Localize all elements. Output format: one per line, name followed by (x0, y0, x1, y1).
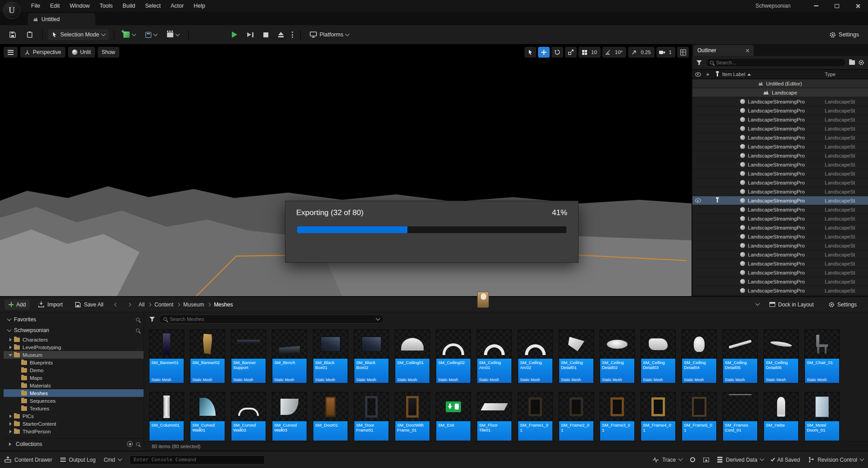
content-drawer-button[interactable]: Content Drawer (5, 456, 52, 463)
folder-item-textures[interactable]: Textures (4, 405, 144, 412)
outliner-row[interactable]: LandscapeStreamingProLandscapeSt (692, 151, 868, 160)
favorites-section[interactable]: Favorites (4, 314, 144, 325)
asset-tile[interactable]: SM_Ceiling Arc01Static Mesh (477, 329, 512, 383)
folder-item-startercontent[interactable]: StarterContent (4, 420, 144, 428)
screenshot-button[interactable] (703, 458, 709, 462)
asset-tile[interactable]: SM_Frame2_01Static Mesh (559, 392, 594, 441)
filter-icon[interactable] (149, 316, 155, 322)
folder-item-blueprints[interactable]: Blueprints (4, 359, 144, 366)
output-log-button[interactable]: Output Log (60, 457, 95, 463)
viewport-options-button[interactable] (4, 47, 18, 58)
breadcrumb-item[interactable]: Museum (182, 301, 205, 309)
outliner-row[interactable]: LandscapeStreamingProLandscapeSt (692, 169, 868, 178)
folder-item-sequences[interactable]: Sequences (4, 397, 144, 405)
add-button[interactable]: Add (5, 300, 30, 310)
forward-button[interactable] (125, 300, 134, 309)
outliner-row[interactable]: LandscapeStreamingProLandscapeSt (692, 259, 868, 268)
folder-item-demo[interactable]: Demo (4, 366, 144, 374)
asset-tile[interactable]: SM_Floor Tile01Static Mesh (477, 392, 512, 441)
content-browser-settings-button[interactable]: Settings (824, 300, 861, 310)
outliner-row[interactable]: LandscapeStreamingProLandscapeSt (692, 241, 868, 250)
asset-tile[interactable]: SM_Ceiling Detail05Static Mesh (723, 329, 758, 383)
asset-tile[interactable]: SM_Ceiling Arc02Static Mesh (518, 329, 553, 383)
play-options-button[interactable] (290, 32, 295, 38)
add-collection-icon[interactable] (127, 441, 133, 447)
menu-item-build[interactable]: Build (118, 0, 140, 12)
outliner-row[interactable]: LandscapeStreamingProLandscapeSt (692, 268, 868, 277)
outliner-row[interactable]: LandscapeStreamingProLandscapeSt (692, 187, 868, 196)
select-tool-button[interactable] (524, 47, 536, 58)
folder-item-meshes[interactable]: Meshes (4, 389, 144, 397)
menu-item-edit[interactable]: Edit (45, 0, 65, 12)
filter-icon[interactable] (696, 60, 702, 66)
trace-dropdown[interactable]: Trace (652, 457, 682, 463)
outliner-row[interactable]: LandscapeStreamingProLandscapeSt (692, 106, 868, 115)
expander-icon[interactable] (8, 414, 13, 418)
outliner-row[interactable]: LandscapeStreamingProLandscapeSt (692, 115, 868, 124)
selection-mode-dropdown[interactable]: Selection Mode (48, 29, 108, 40)
asset-tile[interactable]: SM_Metal Doors_01Static Mesh (805, 392, 840, 441)
revision-control-dropdown[interactable]: Revision Control (808, 456, 863, 463)
cmd-dropdown[interactable]: Cmd (104, 457, 121, 463)
import-button[interactable]: Import (34, 299, 67, 310)
asset-search-input[interactable]: Search Meshes (159, 315, 384, 324)
breadcrumb-item[interactable]: Content (154, 301, 174, 309)
folder-item-characters[interactable]: Characters (4, 336, 144, 343)
menu-item-actor[interactable]: Actor (166, 0, 189, 12)
platforms-dropdown[interactable]: Platforms (306, 29, 353, 40)
collections-section[interactable]: Collections (4, 438, 144, 449)
asset-tile[interactable]: SM_ExitStatic Mesh (436, 392, 471, 441)
asset-tile[interactable]: SM_Ceiling02Static Mesh (436, 329, 471, 383)
show-dropdown[interactable]: Show (98, 47, 119, 58)
move-tool-button[interactable] (538, 47, 550, 58)
blueprints-dropdown[interactable] (142, 30, 161, 40)
outliner-row[interactable]: LandscapeStreamingProLandscapeSt (692, 133, 868, 142)
maximize-button[interactable] (827, 0, 847, 12)
folder-item-thirdperson[interactable]: ThirdPerson (4, 428, 144, 435)
expander-icon[interactable] (8, 353, 13, 357)
outliner-row[interactable]: LandscapeStreamingProLandscapeSt (692, 277, 868, 286)
folder-item-levelprototyping[interactable]: LevelPrototyping (4, 343, 144, 351)
scale-tool-button[interactable] (565, 47, 577, 58)
search-icon[interactable] (136, 328, 140, 332)
scale-snap-control[interactable]: 0.25 (628, 47, 654, 58)
asset-tile[interactable]: SM_Ceiling Detail02Static Mesh (600, 329, 635, 383)
console-input[interactable] (130, 455, 265, 464)
new-folder-icon[interactable] (849, 60, 855, 65)
asset-tile[interactable]: SM_Column01Static Mesh (149, 392, 184, 441)
asset-tile[interactable]: SM_Banner01Static Mesh (149, 329, 184, 383)
rotation-snap-control[interactable]: 10° (602, 47, 626, 58)
minimize-button[interactable] (806, 0, 827, 12)
project-root-section[interactable]: Schwepsonian (4, 325, 144, 336)
asset-tile[interactable]: SM_Ceiling Detail06Static Mesh (764, 329, 799, 383)
asset-tile[interactable]: SM_Banner02Static Mesh (190, 329, 225, 383)
asset-tile[interactable]: SM_Frame1_01Static Mesh (518, 392, 553, 441)
play-button[interactable] (228, 29, 241, 40)
expander-icon[interactable] (8, 422, 13, 426)
visibility-cell[interactable] (692, 198, 703, 202)
asset-tile[interactable]: SM_Frame4_01Static Mesh (641, 392, 676, 441)
outliner-row[interactable]: LandscapeStreamingProLandscapeSt (692, 160, 868, 169)
asset-tile[interactable]: SM_Ceiling01Static Mesh (395, 329, 430, 383)
cinematics-dropdown[interactable] (163, 30, 183, 40)
asset-tile[interactable]: SM_HebeStatic Mesh (764, 392, 799, 441)
close-button[interactable] (847, 0, 868, 12)
dock-in-layout-button[interactable]: Dock in Layout (765, 300, 818, 310)
folder-item-materials[interactable]: Materials (4, 382, 144, 389)
outliner-row[interactable]: LandscapeStreamingProLandscapeSt (692, 214, 868, 223)
pin-column-header[interactable] (712, 72, 722, 76)
folder-item-museum[interactable]: Museum (4, 351, 144, 359)
asset-tile[interactable]: SM_Door01Static Mesh (313, 392, 348, 441)
breadcrumb-item[interactable]: All (138, 301, 145, 309)
menu-item-tools[interactable]: Tools (95, 0, 118, 12)
item-label-column-header[interactable]: Item Label (722, 72, 825, 77)
pin-cell[interactable] (712, 198, 722, 202)
asset-tile[interactable]: SM_Door Frame01Static Mesh (354, 392, 389, 441)
add-actor-dropdown[interactable] (120, 29, 139, 40)
visibility-column-header[interactable] (692, 72, 703, 76)
source-control-button[interactable] (23, 29, 37, 40)
expander-icon[interactable] (8, 429, 13, 434)
outliner-row[interactable]: LandscapeStreamingProLandscapeSt (692, 178, 868, 187)
search-icon[interactable] (136, 318, 140, 321)
camera-speed-control[interactable]: 1 (656, 47, 675, 58)
